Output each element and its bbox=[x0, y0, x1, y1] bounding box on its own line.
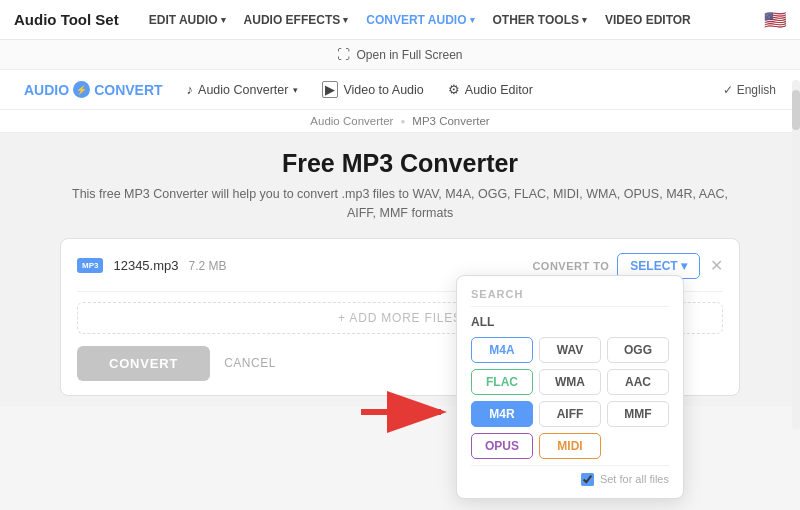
format-ogg[interactable]: OGG bbox=[607, 337, 669, 363]
format-wma[interactable]: WMA bbox=[539, 369, 601, 395]
format-dropdown: SEARCH ALL M4A WAV OGG FLAC WMA AAC M4R … bbox=[456, 275, 684, 499]
format-m4r[interactable]: M4R bbox=[471, 401, 533, 427]
file-extension-badge: MP3 bbox=[77, 258, 103, 273]
nav-item-other-tools[interactable]: OTHER TOOLS ▾ bbox=[485, 9, 595, 31]
chevron-down-icon: ▾ bbox=[470, 15, 475, 25]
close-file-icon[interactable]: ✕ bbox=[710, 256, 723, 275]
expand-icon: ⛶ bbox=[337, 47, 350, 62]
chevron-down-icon: ▾ bbox=[343, 15, 348, 25]
set-all-checkbox[interactable] bbox=[581, 473, 594, 486]
chevron-down-icon: ▾ bbox=[582, 15, 587, 25]
nav-items: EDIT AUDIO ▾ AUDIO EFFECTS ▾ CONVERT AUD… bbox=[141, 9, 764, 31]
sliders-icon: ⚙ bbox=[448, 82, 460, 97]
format-mmf[interactable]: MMF bbox=[607, 401, 669, 427]
sub-nav-video-to-audio[interactable]: ▶ Video to Audio bbox=[322, 81, 423, 98]
nav-item-audio-effects[interactable]: AUDIO EFFECTS ▾ bbox=[236, 9, 357, 31]
format-aac[interactable]: AAC bbox=[607, 369, 669, 395]
file-name: 12345.mp3 bbox=[113, 258, 178, 273]
format-wav[interactable]: WAV bbox=[539, 337, 601, 363]
page-description: This free MP3 Converter will help you to… bbox=[60, 185, 740, 224]
brand[interactable]: Audio Tool Set bbox=[14, 11, 119, 28]
cancel-link[interactable]: CANCEL bbox=[224, 356, 276, 370]
top-nav: Audio Tool Set EDIT AUDIO ▾ AUDIO EFFECT… bbox=[0, 0, 800, 40]
convert-to-label: CONVERT TO bbox=[532, 260, 609, 272]
format-midi[interactable]: MIDI bbox=[539, 433, 601, 459]
breadcrumb: Audio Converter ● MP3 Converter bbox=[310, 115, 489, 127]
file-size: 7.2 MB bbox=[189, 259, 227, 273]
format-aiff[interactable]: AIFF bbox=[539, 401, 601, 427]
sub-nav: AUDIO ⚡ CONVERT ♪ Audio Converter ▾ ▶ Vi… bbox=[0, 70, 800, 110]
language-flag: 🇺🇸 bbox=[764, 9, 786, 31]
format-all-option[interactable]: ALL bbox=[471, 315, 669, 329]
sub-nav-audio-editor[interactable]: ⚙ Audio Editor bbox=[448, 82, 533, 97]
music-icon: ♪ bbox=[187, 82, 194, 97]
set-all-label: Set for all files bbox=[600, 473, 669, 485]
sub-brand-icon: ⚡ bbox=[73, 81, 90, 98]
nav-item-edit-audio[interactable]: EDIT AUDIO ▾ bbox=[141, 9, 234, 31]
page-title: Free MP3 Converter bbox=[60, 149, 740, 178]
nav-item-convert-audio[interactable]: CONVERT AUDIO ▾ bbox=[358, 9, 482, 31]
add-more-label: + ADD MORE FILES bbox=[338, 311, 462, 325]
brand-text-audio: Audio Tool Set bbox=[14, 11, 119, 28]
dropdown-search-label: SEARCH bbox=[471, 288, 669, 307]
language-selector[interactable]: ✓ English bbox=[723, 83, 776, 97]
arrow-indicator bbox=[356, 391, 456, 437]
breadcrumb-bar: Audio Converter ● MP3 Converter bbox=[0, 110, 800, 133]
converter-card: MP3 12345.mp3 7.2 MB CONVERT TO SELECT ▾… bbox=[60, 238, 740, 396]
convert-button[interactable]: CONVERT bbox=[77, 346, 210, 381]
sub-brand-text-convert: CONVERT bbox=[94, 82, 162, 98]
chevron-down-icon: ▾ bbox=[293, 85, 298, 95]
breadcrumb-audio-converter[interactable]: Audio Converter bbox=[310, 115, 393, 127]
breadcrumb-mp3-converter: MP3 Converter bbox=[412, 115, 489, 127]
sub-brand[interactable]: AUDIO ⚡ CONVERT bbox=[24, 81, 163, 98]
sub-brand-text-audio: AUDIO bbox=[24, 82, 69, 98]
format-flac[interactable]: FLAC bbox=[471, 369, 533, 395]
chevron-down-icon: ▾ bbox=[221, 15, 226, 25]
format-grid: M4A WAV OGG FLAC WMA AAC M4R AIFF MMF OP… bbox=[471, 337, 669, 459]
format-opus[interactable]: OPUS bbox=[471, 433, 533, 459]
set-all-row: Set for all files bbox=[471, 465, 669, 486]
fullscreen-label: Open in Full Screen bbox=[356, 48, 462, 62]
breadcrumb-separator: ● bbox=[400, 117, 405, 126]
nav-item-video-editor[interactable]: VIDEO EDITOR bbox=[597, 9, 699, 31]
main-content: Free MP3 Converter This free MP3 Convert… bbox=[0, 133, 800, 406]
sub-nav-audio-converter[interactable]: ♪ Audio Converter ▾ bbox=[187, 82, 299, 97]
scrollbar-thumb[interactable] bbox=[792, 90, 800, 130]
format-m4a[interactable]: M4A bbox=[471, 337, 533, 363]
fullscreen-bar[interactable]: ⛶ Open in Full Screen bbox=[0, 40, 800, 70]
video-icon: ▶ bbox=[322, 81, 338, 98]
scrollbar[interactable] bbox=[792, 80, 800, 430]
